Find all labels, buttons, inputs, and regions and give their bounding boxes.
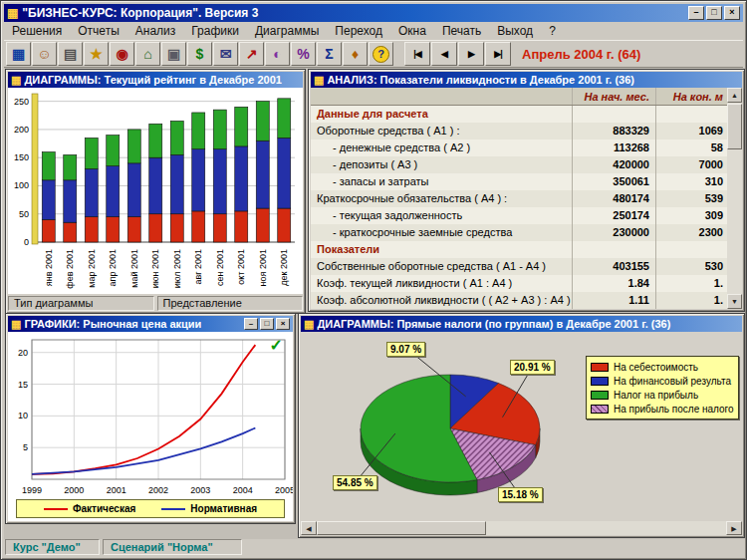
line-window-title-bar[interactable]: ▦ ГРАФИКИ: Рыночная цена акции – □ × bbox=[8, 316, 293, 332]
status-bar: Курс "Демо"Сценарий "Норма" bbox=[4, 537, 743, 556]
menu-item-4[interactable]: Графики bbox=[183, 23, 247, 39]
line-window-title: ГРАФИКИ: Рыночная цена акции bbox=[24, 318, 201, 330]
column-header-end: На кон. м bbox=[655, 88, 727, 105]
window-icon: ▦ bbox=[314, 74, 324, 87]
minimize-button[interactable]: – bbox=[244, 318, 258, 330]
menu-item-10[interactable]: ? bbox=[541, 23, 564, 39]
row-label: Коэф. абсолютной ликвидности ( ( А2 + А3… bbox=[311, 292, 572, 309]
menu-item-7[interactable]: Окна bbox=[390, 23, 434, 39]
scrollbar-thumb[interactable] bbox=[317, 521, 486, 535]
svg-text:0: 0 bbox=[24, 237, 29, 247]
scroll-down-button[interactable]: ▼ bbox=[727, 294, 742, 309]
scroll-left-button[interactable]: ◀ bbox=[301, 521, 317, 535]
line-chart-svg: 19992000200120022003200420055101520 bbox=[8, 332, 293, 497]
scroll-right-button[interactable]: ▶ bbox=[726, 521, 742, 535]
application-window: ▦ "БИЗНЕС-КУРС: Корпорация". Версия 3 – … bbox=[0, 0, 747, 560]
scroll-up-button[interactable]: ▲ bbox=[727, 88, 742, 103]
svg-text:20: 20 bbox=[18, 348, 28, 358]
target-icon[interactable]: ◉ bbox=[110, 42, 134, 66]
pie-horizontal-scrollbar[interactable]: ◀ ▶ bbox=[301, 521, 742, 535]
view-combo[interactable]: Представление bbox=[157, 296, 304, 311]
maximize-button[interactable]: □ bbox=[260, 318, 274, 330]
legend-line-swatch bbox=[161, 508, 185, 510]
analysis-table-body: Данные для расчетаОборотные средства ( А… bbox=[311, 106, 727, 309]
analysis-window-title-bar[interactable]: ▦ АНАЛИЗ: Показатели ликвидности в Декаб… bbox=[311, 72, 742, 88]
check-icon: ✓ bbox=[270, 336, 283, 355]
money-icon: $ bbox=[196, 46, 204, 62]
value-end: 309 bbox=[655, 207, 727, 224]
trend-icon[interactable]: ↗ bbox=[239, 42, 264, 66]
row-label: - денежные средства ( А2 ) bbox=[311, 140, 572, 156]
pie-slice-label: 9.07 % bbox=[386, 342, 425, 357]
target-icon: ◉ bbox=[116, 46, 127, 62]
menu-item-1[interactable]: Решения bbox=[4, 23, 70, 39]
line-chart-area: 19992000200120022003200420055101520 ✓ Фа… bbox=[8, 332, 293, 521]
close-button[interactable]: × bbox=[276, 318, 290, 330]
star-icon[interactable]: ★ bbox=[84, 42, 109, 66]
menu-item-3[interactable]: Анализ bbox=[127, 23, 184, 39]
table-row: Краткосрочные обязательства ( А4 ) :4801… bbox=[311, 190, 727, 207]
nav-prev-button[interactable]: ◀ bbox=[431, 42, 457, 66]
nav-last-button[interactable]: ▶| bbox=[485, 42, 511, 66]
pie-chart-icon[interactable]: ◐ bbox=[265, 42, 290, 66]
nav-first-button[interactable]: |◀ bbox=[404, 42, 430, 66]
nav-next-button[interactable]: ▶ bbox=[458, 42, 484, 66]
legend-label: На финансовый результа bbox=[614, 376, 731, 387]
factory-icon: ▣ bbox=[167, 46, 180, 62]
value-start: 230000 bbox=[572, 224, 655, 241]
maximize-button[interactable]: □ bbox=[706, 6, 722, 20]
scrollbar-thumb[interactable] bbox=[727, 104, 742, 149]
menu-item-2[interactable]: Отчеты bbox=[70, 23, 126, 39]
pie-chart-icon: ◐ bbox=[273, 46, 281, 62]
toolbar: ▦☺▤★◉⌂▣$✉↗◐%Σ♦? |◀◀▶▶| Апрель 2004 г. (6… bbox=[4, 40, 743, 68]
menu-item-9[interactable]: Выход bbox=[489, 23, 541, 39]
menu-item-5[interactable]: Диаграммы bbox=[247, 23, 327, 39]
window-line-chart: ▦ ГРАФИКИ: Рыночная цена акции – □ × 199… bbox=[5, 313, 296, 524]
pie-window-title: ДИАГРАММЫ: Прямые налоги (по группам) в … bbox=[317, 318, 670, 330]
svg-text:15: 15 bbox=[18, 380, 28, 390]
money-icon[interactable]: $ bbox=[187, 42, 212, 66]
home-icon: ⌂ bbox=[143, 46, 151, 62]
mail-icon: ✉ bbox=[220, 46, 232, 62]
svg-text:2005: 2005 bbox=[275, 485, 293, 495]
bar-window-footer: Тип диаграммы Представление bbox=[8, 296, 303, 311]
minimize-button[interactable]: – bbox=[688, 6, 704, 20]
factory-icon[interactable]: ▣ bbox=[161, 42, 186, 66]
value-start: 1.11 bbox=[572, 292, 655, 309]
svg-text:июн 2001: июн 2001 bbox=[150, 249, 160, 288]
people-icon: ☺ bbox=[37, 46, 51, 62]
legend-swatch bbox=[591, 391, 609, 400]
help-coin-icon[interactable]: ? bbox=[369, 42, 393, 66]
mail-icon[interactable]: ✉ bbox=[213, 42, 238, 66]
bar-window-title: ДИАГРАММЫ: Текущий рейтинг в Декабре 200… bbox=[24, 74, 282, 86]
bar-window-title-bar[interactable]: ▦ ДИАГРАММЫ: Текущий рейтинг в Декабре 2… bbox=[8, 72, 303, 88]
svg-text:2004: 2004 bbox=[233, 485, 253, 495]
close-button[interactable]: × bbox=[724, 6, 740, 20]
svg-text:окт 2001: окт 2001 bbox=[236, 249, 246, 285]
home-icon[interactable]: ⌂ bbox=[135, 42, 160, 66]
svg-text:150: 150 bbox=[14, 152, 29, 162]
menu-item-8[interactable]: Печать bbox=[434, 23, 489, 39]
value-start: 883329 bbox=[572, 123, 655, 140]
percent-icon[interactable]: % bbox=[291, 42, 316, 66]
legend-item: Нормативная bbox=[161, 503, 257, 514]
bar-chart-icon[interactable]: ▦ bbox=[6, 42, 31, 66]
value-end: 58 bbox=[655, 140, 727, 156]
svg-text:фев 2001: фев 2001 bbox=[65, 249, 75, 289]
analysis-table-header: На нач. мес. На кон. м bbox=[311, 88, 727, 106]
people-icon[interactable]: ☺ bbox=[32, 42, 57, 66]
analysis-vertical-scrollbar[interactable]: ▲ ▼ bbox=[727, 88, 742, 309]
pie-window-title-bar[interactable]: ▦ ДИАГРАММЫ: Прямые налоги (по группам) … bbox=[301, 316, 742, 332]
title-bar[interactable]: ▦ "БИЗНЕС-КУРС: Корпорация". Версия 3 – … bbox=[4, 4, 743, 22]
menu-item-6[interactable]: Переход bbox=[327, 23, 390, 39]
value-start bbox=[572, 106, 655, 123]
chart-type-combo[interactable]: Тип диаграммы bbox=[8, 296, 154, 311]
sum-icon[interactable]: Σ bbox=[317, 42, 342, 66]
document-icon[interactable]: ▤ bbox=[58, 42, 83, 66]
value-end: 7000 bbox=[655, 156, 727, 173]
diamond-icon[interactable]: ♦ bbox=[343, 42, 368, 66]
svg-text:сен 2001: сен 2001 bbox=[215, 249, 225, 286]
sum-icon: Σ bbox=[325, 46, 333, 62]
legend-label: На себестоимость bbox=[614, 362, 698, 373]
value-end: 530 bbox=[655, 258, 727, 275]
